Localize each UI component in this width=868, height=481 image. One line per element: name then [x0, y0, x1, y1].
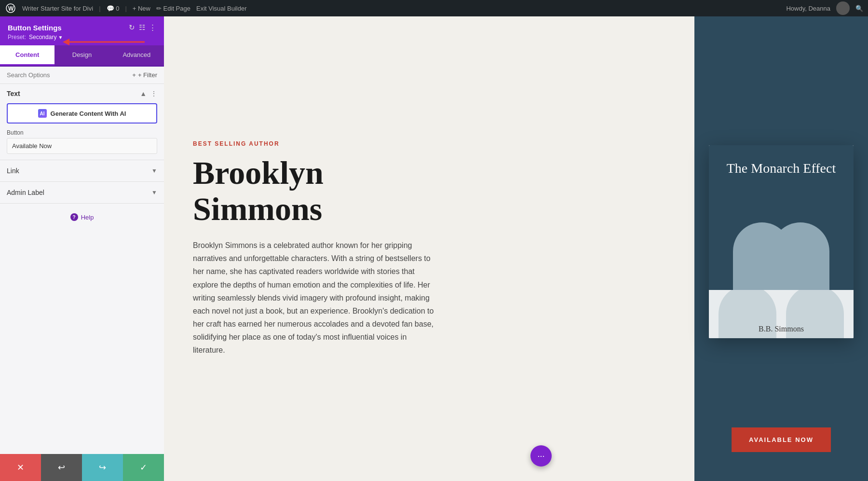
admin-label-section: Admin Label ▼: [0, 182, 164, 204]
undo-button[interactable]: ↩: [41, 454, 82, 481]
new-link[interactable]: + New: [133, 5, 150, 12]
exit-visual-builder-link[interactable]: Exit Visual Builder: [196, 5, 247, 12]
admin-search-icon[interactable]: 🔍: [855, 5, 863, 12]
layout-icon[interactable]: ☷: [139, 23, 145, 32]
link-section: Link ▼: [0, 160, 164, 182]
panel-body: + + Filter Text ▲ ⋮ AI Generate Content …: [0, 67, 164, 454]
avatar: [836, 1, 850, 15]
admin-label-chevron-icon: ▼: [151, 189, 157, 196]
main-layout: Button Settings ↻ ☷ ⋮ Preset: Secondary …: [0, 16, 868, 481]
more-icon[interactable]: ⋮: [149, 23, 156, 32]
link-section-header[interactable]: Link ▼: [7, 167, 157, 175]
help-label: Help: [81, 214, 94, 221]
generate-content-button[interactable]: AI Generate Content With AI: [7, 103, 157, 124]
text-section: Text ▲ ⋮ AI Generate Content With AI But…: [0, 84, 164, 160]
preset-label: Preset:: [8, 34, 26, 41]
collapse-icon[interactable]: ▲: [140, 90, 147, 97]
tab-content[interactable]: Content: [0, 45, 54, 66]
page-content: BEST SELLING AUTHOR BrooklynSimmons Broo…: [164, 16, 868, 481]
panel-title-icons: ↻ ☷ ⋮: [129, 23, 156, 32]
save-button[interactable]: ✓: [123, 454, 164, 481]
shape-right: [772, 222, 829, 290]
admin-label-title: Admin Label: [7, 189, 44, 196]
help-icon: ?: [70, 213, 78, 221]
link-chevron-icon: ▼: [151, 167, 157, 174]
preset-value[interactable]: Secondary ▼: [29, 34, 63, 41]
search-bar: + + Filter: [0, 67, 164, 84]
author-name: BrooklynSimmons: [193, 155, 665, 227]
bottom-bar: ✕ ↩ ↪ ✓: [0, 454, 164, 481]
comments-count[interactable]: 💬 0: [107, 5, 120, 12]
save-icon: ✓: [140, 462, 147, 473]
author-section: BEST SELLING AUTHOR BrooklynSimmons Broo…: [164, 16, 694, 481]
filter-icon: +: [132, 71, 136, 79]
book-cover: The Monarch Effect: [709, 145, 854, 290]
sep2: |: [125, 5, 126, 12]
section-more-icon[interactable]: ⋮: [150, 90, 157, 97]
panel-title: Button Settings: [8, 24, 62, 32]
help-row[interactable]: ? Help: [0, 204, 164, 231]
admin-bar: W Writer Starter Site for Divi | 💬 0 | +…: [0, 0, 868, 16]
book-shapes: [709, 203, 854, 290]
best-selling-label: BEST SELLING AUTHOR: [193, 140, 665, 147]
available-now-button[interactable]: AVAILABLE NOW: [732, 427, 831, 452]
author-bio: Brooklyn Simmons is a celebrated author …: [193, 239, 434, 357]
filter-button[interactable]: + + Filter: [132, 71, 157, 79]
button-text-input[interactable]: [7, 138, 157, 154]
red-arrow-indicator: [63, 35, 149, 51]
svg-text:W: W: [8, 5, 14, 12]
book-card: The Monarch Effect B.B. Simmons: [709, 145, 854, 338]
content-area: BEST SELLING AUTHOR BrooklynSimmons Broo…: [164, 16, 868, 481]
text-section-icons: ▲ ⋮: [140, 90, 157, 97]
book-title: The Monarch Effect: [727, 160, 836, 177]
link-section-title: Link: [7, 167, 19, 175]
svg-marker-3: [63, 39, 69, 45]
text-section-title: Text: [7, 90, 20, 97]
undo-icon: ↩: [58, 462, 65, 473]
ai-icon: AI: [38, 109, 47, 118]
generate-button-label: Generate Content With AI: [51, 110, 126, 117]
button-field-label: Button: [7, 129, 157, 136]
history-icon[interactable]: ↻: [129, 23, 135, 32]
sep1: |: [99, 5, 100, 12]
close-icon: ✕: [17, 462, 24, 473]
redo-icon: ↪: [99, 462, 106, 473]
wp-logo-icon[interactable]: W: [5, 2, 16, 14]
site-name[interactable]: Writer Starter Site for Divi: [22, 5, 93, 12]
book-section: The Monarch Effect B.B. Simmons: [694, 16, 868, 481]
edit-page-link[interactable]: ✏ Edit Page: [156, 5, 190, 12]
book-author: B.B. Simmons: [759, 325, 804, 333]
text-section-header: Text ▲ ⋮: [7, 90, 157, 97]
left-panel: Button Settings ↻ ☷ ⋮ Preset: Secondary …: [0, 16, 164, 481]
book-bottom-area: B.B. Simmons: [709, 290, 854, 338]
fab-button[interactable]: ···: [530, 445, 552, 467]
redo-button[interactable]: ↪: [82, 454, 123, 481]
fab-icon: ···: [537, 451, 544, 461]
search-input[interactable]: [7, 71, 129, 79]
button-field-container: Button: [7, 129, 157, 154]
admin-label-section-header[interactable]: Admin Label ▼: [7, 189, 157, 196]
close-button[interactable]: ✕: [0, 454, 41, 481]
howdy-text: Howdy, Deanna: [786, 5, 830, 12]
